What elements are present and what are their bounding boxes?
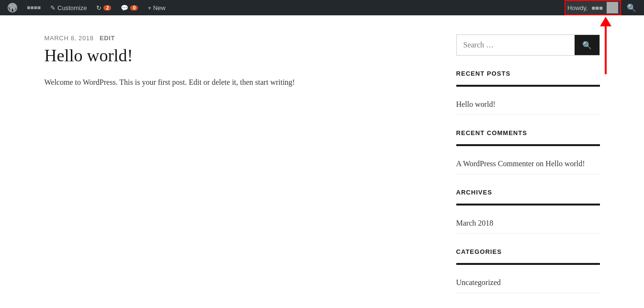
post-title: Hello world! (45, 46, 428, 66)
admin-bar-left: ■■■■ ✎ Customize ↻ 2 💬 0 + New (4, 0, 565, 15)
search-input[interactable] (457, 35, 575, 55)
edit-link[interactable]: EDIT (100, 34, 115, 42)
username-label: ■■■ (591, 4, 603, 11)
admin-bar: ■■■■ ✎ Customize ↻ 2 💬 0 + New Howdy, ■■… (0, 0, 644, 15)
avatar (607, 2, 618, 13)
category-link-1[interactable]: Uncategorized (456, 278, 501, 286)
archives-widget: ARCHIVES March 2018 (456, 189, 600, 234)
list-item: A WordPress Commenter on Hello world! (456, 154, 600, 174)
post-body: Welcome to WordPress. This is your first… (45, 76, 428, 89)
list-item: Uncategorized (456, 273, 600, 293)
search-form: 🔍 (456, 34, 600, 56)
main-content: MARCH 8, 2018 EDIT Hello world! Welcome … (45, 34, 428, 308)
archives-divider (456, 204, 600, 205)
comments-icon: 💬 (121, 4, 128, 11)
post-date: MARCH 8, 2018 (45, 34, 94, 42)
customize-label: Customize (57, 4, 87, 11)
recent-posts-list: Hello world! (456, 94, 600, 115)
admin-bar-right: Howdy, ■■■ 🔍 (565, 0, 640, 15)
comments-button[interactable]: 💬 0 (117, 0, 142, 15)
list-item: March 2018 (456, 213, 600, 234)
comment-on: on (536, 160, 545, 168)
comments-count: 0 (130, 5, 138, 11)
recent-posts-divider (456, 85, 600, 87)
recent-posts-widget: RECENT POSTS Hello world! (456, 70, 600, 115)
recent-posts-title: RECENT POSTS (456, 70, 600, 77)
page-wrapper: MARCH 8, 2018 EDIT Hello world! Welcome … (35, 15, 610, 308)
post-content: Welcome to WordPress. This is your first… (45, 76, 428, 89)
archives-list: March 2018 (456, 213, 600, 234)
customize-button[interactable]: ✎ Customize (46, 0, 90, 15)
comment-post-link[interactable]: Hello world! (545, 160, 585, 168)
categories-list: Uncategorized (456, 273, 600, 293)
new-label: + New (147, 4, 165, 11)
commenter-link[interactable]: A WordPress Commenter (456, 160, 534, 168)
list-item: Hello world! (456, 94, 600, 115)
updates-count: 2 (103, 5, 111, 11)
recent-post-link-1[interactable]: Hello world! (456, 100, 496, 108)
categories-widget: CATEGORIES Uncategorized (456, 248, 600, 293)
categories-title: CATEGORIES (456, 248, 600, 255)
recent-comments-divider (456, 144, 600, 146)
post-meta: MARCH 8, 2018 EDIT (45, 34, 428, 42)
search-button[interactable]: 🔍 (575, 35, 599, 55)
search-icon: 🔍 (582, 41, 592, 49)
site-name-button[interactable]: ■■■■ (23, 0, 45, 15)
new-content-button[interactable]: + New (144, 0, 169, 15)
updates-icon: ↻ (96, 4, 102, 11)
archives-title: ARCHIVES (456, 189, 600, 196)
howdy-user-menu[interactable]: Howdy, ■■■ (565, 0, 621, 15)
sidebar: 🔍 RECENT POSTS Hello world! RECENT COMME… (456, 34, 600, 308)
site-name-label: ■■■■ (27, 4, 41, 11)
categories-divider (456, 263, 600, 265)
search-widget: 🔍 (456, 34, 600, 56)
recent-comments-title: RECENT COMMENTS (456, 129, 600, 137)
admin-search-button[interactable]: 🔍 (623, 0, 640, 15)
updates-button[interactable]: ↻ 2 (92, 0, 115, 15)
archive-link-1[interactable]: March 2018 (456, 219, 494, 227)
recent-comments-widget: RECENT COMMENTS A WordPress Commenter on… (456, 129, 600, 174)
wordpress-logo-button[interactable] (4, 0, 21, 15)
howdy-label: Howdy, (567, 4, 588, 11)
customize-icon: ✎ (50, 4, 56, 11)
